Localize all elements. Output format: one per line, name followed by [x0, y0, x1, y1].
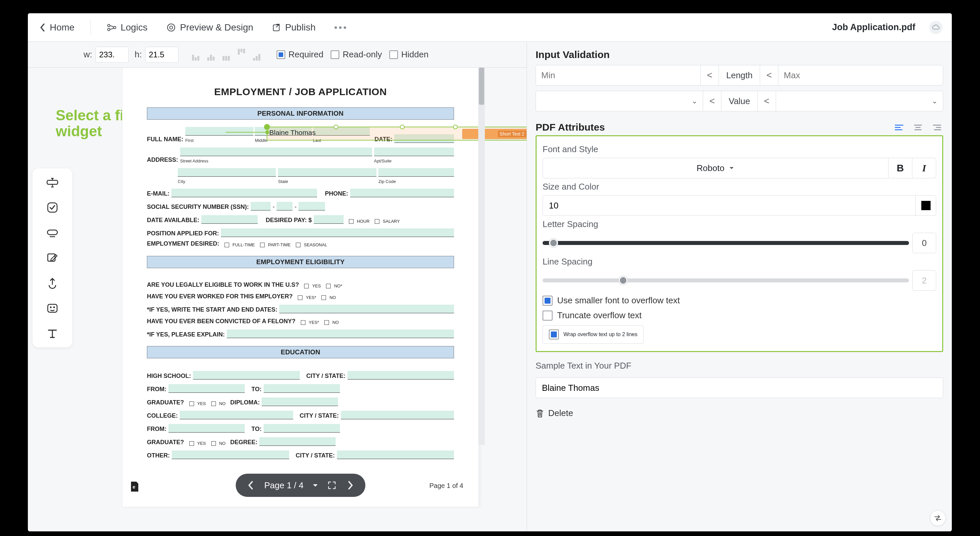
caret-down-icon — [729, 166, 734, 170]
align-icon-4[interactable] — [235, 49, 247, 61]
cloud-status-icon[interactable] — [929, 21, 942, 34]
q-explain: *IF YES, PLEASE EXPLAIN: — [147, 331, 225, 338]
align-icon-2[interactable] — [205, 49, 217, 61]
canvas[interactable]: Select a field widget EMPLOYMENT / JOB A… — [28, 68, 527, 531]
tool-dropdown-icon[interactable] — [45, 225, 60, 241]
font-select[interactable]: Roboto — [542, 158, 888, 178]
nav-publish-label: Publish — [285, 22, 316, 33]
fullscreen-button[interactable] — [327, 480, 337, 490]
tool-upload-icon[interactable] — [45, 275, 60, 291]
scrollbar-thumb[interactable] — [479, 68, 484, 105]
page-scrollbar[interactable] — [478, 68, 485, 445]
chevron-down-icon[interactable]: ⌄ — [926, 97, 943, 105]
italic-button[interactable]: I — [912, 158, 936, 178]
prev-page-button[interactable] — [246, 480, 256, 490]
font-style-label: Font and Style — [542, 144, 936, 154]
nav-divider — [91, 20, 91, 35]
hidden-label: Hidden — [401, 49, 428, 60]
svg-rect-5 — [273, 25, 279, 31]
nav-logics[interactable]: Logics — [104, 21, 150, 34]
caret-down-icon[interactable] — [312, 483, 318, 488]
align-icon-5[interactable] — [251, 49, 262, 61]
readonly-check[interactable]: Read-only — [331, 49, 382, 60]
align-center-button[interactable] — [911, 121, 925, 133]
font-size-input[interactable] — [542, 195, 916, 216]
opt-smaller-font[interactable]: Use smaller font to overflow text — [542, 295, 936, 306]
top-nav: Home Logics Preview & Design Publish ••• — [37, 20, 350, 35]
align-icons-group — [190, 49, 262, 61]
page-navigator: Page 1 / 4 — [236, 474, 366, 497]
value-min-select[interactable] — [536, 91, 686, 111]
min-input[interactable] — [536, 65, 700, 85]
next-page-button[interactable] — [345, 480, 355, 490]
opt-truncate-label: Truncate overflow text — [557, 310, 642, 320]
value-max-select[interactable] — [776, 91, 926, 111]
line-spacing-slider[interactable] — [542, 270, 909, 291]
label-date-avail: DATE AVAILABLE: — [147, 217, 199, 224]
tool-signature-icon[interactable] — [45, 250, 60, 266]
page-label[interactable]: Page 1 / 4 — [264, 480, 304, 491]
nav-home-label: Home — [50, 22, 75, 33]
letter-spacing-value[interactable]: 0 — [912, 233, 936, 253]
color-preview-icon — [921, 201, 931, 210]
opt-truncate[interactable]: Truncate overflow text — [542, 310, 936, 320]
svg-point-11 — [50, 307, 52, 308]
label-date: DATE: — [374, 136, 392, 143]
side-toolbox — [32, 168, 72, 347]
align-icon-1[interactable] — [190, 49, 202, 61]
label-emp-desired: EMPLOYMENT DESIRED: — [147, 240, 219, 247]
nav-home[interactable]: Home — [37, 21, 77, 34]
q-dates: *IF YES, WRITE THE START AND END DATES: — [147, 306, 277, 313]
tool-image-icon[interactable] — [45, 300, 60, 316]
bold-button[interactable]: B — [888, 158, 912, 178]
length-validation-row: < Length < — [536, 65, 943, 86]
lt-icon: < — [703, 96, 721, 106]
lt-icon: < — [760, 70, 778, 81]
checkbox-icon — [389, 51, 398, 59]
max-input[interactable] — [778, 65, 943, 85]
label-full-name: FULL NAME: — [147, 136, 183, 143]
opt-wrap[interactable]: Wrap overflow text up to 2 lines — [542, 325, 644, 344]
delete-button[interactable]: Delete — [536, 408, 943, 418]
readonly-label: Read-only — [343, 49, 382, 60]
sublabel-first: First — [185, 138, 254, 143]
width-input[interactable] — [95, 47, 129, 63]
swap-panels-button[interactable] — [930, 510, 946, 526]
nav-preview-label: Preview & Design — [180, 22, 253, 33]
file-name: Job Application.pdf — [832, 22, 915, 32]
align-right-button[interactable] — [929, 121, 943, 133]
line-spacing-label: Line Spacing — [542, 257, 936, 267]
section-education: EDUCATION — [147, 346, 454, 358]
sample-text-input[interactable] — [536, 377, 943, 398]
nav-publish[interactable]: Publish — [269, 21, 318, 34]
sublabel-middle: Middle — [255, 138, 312, 143]
required-check[interactable]: Required — [277, 49, 324, 60]
nav-preview[interactable]: Preview & Design — [164, 21, 256, 34]
pdf-page[interactable]: EMPLOYMENT / JOB APPLICATION PERSONAL IN… — [123, 68, 479, 507]
align-icon-3[interactable] — [220, 49, 232, 61]
hidden-check[interactable]: Hidden — [389, 49, 428, 60]
opt-parttime: PART-TIME — [268, 242, 291, 247]
logics-icon — [107, 23, 117, 32]
tool-text-icon[interactable] — [45, 325, 60, 341]
align-left-button[interactable] — [893, 121, 907, 133]
delete-label: Delete — [548, 408, 573, 418]
tool-text-field-icon[interactable] — [45, 174, 60, 190]
tool-checkbox-icon[interactable] — [45, 200, 60, 216]
trash-icon — [536, 408, 544, 418]
text-align-group — [893, 121, 943, 133]
q-felony: HAVE YOU EVER BEEN CONVICTED OF A FELONY… — [147, 318, 296, 325]
svg-point-0 — [107, 24, 110, 27]
line-spacing-value[interactable]: 2 — [912, 270, 936, 291]
chevron-down-icon[interactable]: ⌄ — [686, 97, 703, 105]
lt-icon: < — [701, 70, 719, 81]
height-input[interactable] — [145, 47, 178, 63]
size-color-label: Size and Color — [542, 182, 936, 192]
app-window: Home Logics Preview & Design Publish •••… — [28, 13, 952, 531]
required-label: Required — [288, 49, 324, 60]
nav-more[interactable]: ••• — [331, 21, 350, 34]
letter-spacing-slider[interactable] — [542, 233, 909, 253]
pdf-attributes-box: Font and Style Roboto B I Size and Color… — [536, 135, 943, 352]
top-bar: Home Logics Preview & Design Publish •••… — [28, 13, 952, 42]
color-swatch[interactable] — [916, 195, 936, 216]
